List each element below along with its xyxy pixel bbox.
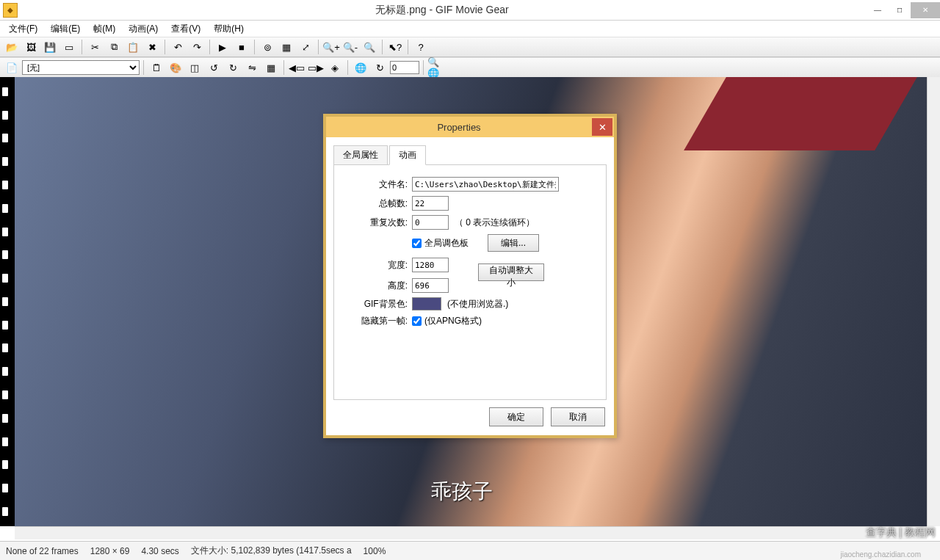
frame-props-icon[interactable]: 🗒 — [148, 59, 165, 76]
globe-icon[interactable]: 🌐 — [352, 59, 369, 76]
copy-icon[interactable]: ⧉ — [105, 39, 123, 55]
insert-frames-icon[interactable]: 🖼 — [22, 39, 40, 55]
tab-animation[interactable]: 动画 — [389, 145, 426, 165]
autosize-button[interactable]: 自动调整大小 — [478, 263, 544, 281]
height-input[interactable] — [412, 278, 449, 293]
toolbar-main: 📂 🖼 💾 ▭ ✂ ⧉ 📋 ✖ ↶ ↷ ▶ ■ ⊚ ▦ ⤢ 🔍+ 🔍- 🔍 ⬉?… — [0, 37, 940, 57]
repeat-hint: （ 0 表示连续循环） — [455, 217, 535, 229]
bgcolor-hint: (不使用浏览器.) — [447, 298, 508, 310]
close-button[interactable]: ✕ — [911, 2, 940, 18]
bgcolor-swatch[interactable] — [412, 297, 441, 310]
window-title: 无标题.png - GIF Movie Gear — [18, 4, 867, 17]
label-total-frames: 总帧数: — [341, 197, 408, 210]
width-input[interactable] — [412, 258, 449, 272]
optimize-icon[interactable]: ⊚ — [258, 39, 276, 55]
maximize-button[interactable]: □ — [889, 2, 911, 18]
undo-icon[interactable]: ↶ — [169, 39, 187, 55]
transparency-icon[interactable]: ▦ — [262, 59, 280, 76]
dialog-tabs: 全局属性 动画 — [333, 145, 607, 165]
dialog-buttons: 确定 取消 — [326, 400, 614, 435]
menubar: 文件(F) 编辑(E) 帧(M) 动画(A) 查看(V) 帮助(H) — [0, 21, 940, 37]
ok-button[interactable]: 确定 — [489, 407, 543, 426]
label-hide-first: 隐藏第一帧: — [341, 315, 408, 327]
status-filesize: 文件大小: 5,102,839 bytes (1417.5secs a — [191, 545, 352, 557]
menu-animation[interactable]: 动画(A) — [123, 21, 164, 37]
vertical-scrollbar[interactable] — [927, 77, 940, 526]
preset-dropdown[interactable]: [无] — [22, 60, 140, 75]
status-zoom: 100% — [364, 546, 386, 556]
flip-h-icon[interactable]: ⇋ — [243, 59, 261, 76]
menu-file[interactable]: 文件(F) — [3, 21, 43, 37]
rotate-right-icon[interactable]: ↻ — [224, 59, 242, 76]
zoom-100-icon[interactable]: 🔍 — [361, 39, 378, 55]
save-icon[interactable]: 💾 — [41, 39, 59, 55]
edit-palette-button[interactable]: 编辑... — [488, 234, 539, 252]
center-icon[interactable]: ◈ — [326, 59, 344, 76]
menu-frame[interactable]: 帧(M) — [87, 21, 121, 37]
label-global-palette: 全局调色板 — [424, 237, 469, 250]
redo-icon[interactable]: ↷ — [188, 39, 206, 55]
minimize-button[interactable]: — — [867, 2, 889, 18]
status-frames: None of 22 frames — [6, 546, 79, 556]
play-icon[interactable]: ▶ — [214, 39, 231, 55]
delete-icon[interactable]: ✖ — [143, 39, 161, 55]
crop-icon[interactable]: ◫ — [186, 59, 203, 76]
properties-dialog: Properties ✕ 全局属性 动画 文件名: 总帧数: 重复次数: （ 0… — [323, 114, 617, 438]
new-blank-icon[interactable]: ▭ — [60, 39, 78, 55]
open-icon[interactable]: 📂 — [3, 39, 21, 55]
pointer-icon[interactable]: ⬉? — [386, 39, 404, 55]
total-frames-input[interactable] — [412, 196, 449, 211]
app-icon: ◆ — [3, 3, 18, 18]
horizontal-scrollbar[interactable] — [15, 526, 927, 539]
move-left-icon[interactable]: ◀▭ — [288, 59, 306, 76]
properties-icon[interactable]: 📄 — [3, 59, 21, 76]
repeat-input[interactable] — [412, 215, 449, 230]
zoom-in-icon[interactable]: 🔍+ — [322, 39, 340, 55]
cut-icon[interactable]: ✂ — [86, 39, 104, 55]
menu-view[interactable]: 查看(V) — [165, 21, 206, 37]
tab-global[interactable]: 全局属性 — [333, 145, 388, 165]
label-width: 宽度: — [341, 259, 408, 272]
watermark: 查字典 | 教程网 — [866, 526, 936, 539]
label-filename: 文件名: — [341, 178, 408, 191]
hide-first-hint: (仅APNG格式) — [424, 315, 482, 327]
filmstrip — [0, 77, 15, 526]
rotate-left-icon[interactable]: ↺ — [205, 59, 223, 76]
tab-content: 文件名: 总帧数: 重复次数: （ 0 表示连续循环） 全局调色板 编辑... … — [333, 165, 607, 400]
label-bgcolor: GIF背景色: — [341, 298, 408, 310]
dialog-titlebar[interactable]: Properties ✕ — [326, 117, 614, 137]
zoom-out-icon[interactable]: 🔍- — [341, 39, 359, 55]
filename-input[interactable] — [412, 177, 559, 192]
subtitle-text: 乖孩子 — [431, 478, 493, 506]
watermark-url: jiaocheng.chazidian.com — [840, 550, 921, 559]
window-buttons: — □ ✕ — [867, 2, 940, 18]
move-right-icon[interactable]: ▭▶ — [307, 59, 325, 76]
status-seconds: 4.30 secs — [141, 546, 178, 556]
status-dimensions: 1280 × 69 — [90, 546, 130, 556]
reduce-colors-icon[interactable]: ▦ — [278, 39, 295, 55]
cancel-button[interactable]: 取消 — [551, 407, 605, 426]
titlebar: ◆ 无标题.png - GIF Movie Gear — □ ✕ — [0, 0, 940, 21]
loop-count-input[interactable] — [390, 61, 419, 74]
paste-icon[interactable]: 📋 — [124, 39, 142, 55]
menu-help[interactable]: 帮助(H) — [208, 21, 250, 37]
dialog-close-button[interactable]: ✕ — [592, 118, 612, 136]
stop-icon[interactable]: ■ — [233, 39, 250, 55]
preview-browser-icon[interactable]: 🔍🌐 — [427, 59, 445, 76]
help-icon[interactable]: ? — [412, 39, 430, 55]
toolbar-secondary: 📄 [无] 🗒 🎨 ◫ ↺ ↻ ⇋ ▦ ◀▭ ▭▶ ◈ 🌐 ↻ 🔍🌐 — [0, 57, 940, 78]
label-repeat: 重复次数: — [341, 217, 408, 229]
global-palette-checkbox[interactable] — [412, 239, 422, 248]
resize-icon[interactable]: ⤢ — [297, 39, 314, 55]
hide-first-checkbox[interactable] — [412, 316, 422, 326]
menu-edit[interactable]: 编辑(E) — [45, 21, 86, 37]
palette-icon[interactable]: 🎨 — [167, 59, 184, 76]
loop-icon[interactable]: ↻ — [371, 59, 388, 76]
dialog-title: Properties — [326, 122, 592, 133]
label-height: 高度: — [341, 280, 408, 292]
statusbar: None of 22 frames 1280 × 69 4.30 secs 文件… — [0, 541, 940, 560]
